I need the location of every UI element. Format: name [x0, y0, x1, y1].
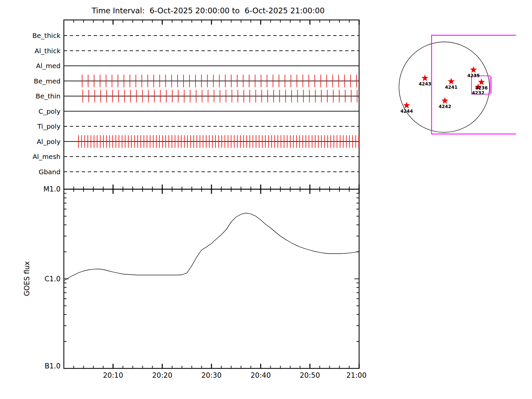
- active-region-label-4232: 4232: [472, 90, 484, 95]
- time-interval-title: Time Interval: 6-Oct-2025 20:00:00 to 6-…: [91, 6, 325, 15]
- y-tick-label-M1.0: M1.0: [43, 185, 61, 193]
- goes-flux-frame: [64, 189, 359, 368]
- active-region-star-4242: [442, 97, 449, 104]
- active-region-star-4241: [448, 78, 455, 84]
- active-region-star-4235: [470, 66, 477, 73]
- y-tick-label-B1.0: B1.0: [45, 362, 61, 370]
- xrt-observation-summary-page: Time Interval: 6-Oct-2025 20:00:00 to 6-…: [0, 0, 532, 399]
- channel-label-Al_thick: Al_thick: [35, 47, 61, 55]
- channel-label-C_poly: C_poly: [39, 107, 61, 115]
- active-region-label-4241: 4241: [445, 84, 458, 90]
- generated-plot-content: Be_thickAl_thickAl_medBe_medBe_thinC_pol…: [32, 20, 516, 379]
- active-region-star-4244: [403, 102, 410, 108]
- x-tick-label-21:00: 21:00: [346, 371, 367, 379]
- channel-label-Al_mesh: Al_mesh: [33, 153, 61, 161]
- channel-label-Al_poly: Al_poly: [37, 138, 61, 146]
- x-tick-label-20:40: 20:40: [251, 371, 271, 379]
- active-region-label-4235: 4235: [467, 73, 480, 78]
- channel-label-Gband: Gband: [39, 168, 61, 176]
- x-tick-label-20:10: 20:10: [103, 371, 123, 379]
- active-region-star-4243: [422, 74, 429, 81]
- x-tick-label-20:30: 20:30: [201, 371, 222, 379]
- channel-label-Al_med: Al_med: [36, 62, 61, 70]
- channel-label-Be_thick: Be_thick: [32, 32, 61, 40]
- y-tick-label-C1.0: C1.0: [45, 275, 61, 283]
- active-region-label-4242: 4242: [439, 104, 451, 109]
- filter-timeline-frame: [64, 20, 359, 189]
- channel-label-Be_med: Be_med: [34, 77, 61, 85]
- x-tick-label-20:50: 20:50: [300, 371, 320, 379]
- active-region-label-4236: 4236: [475, 85, 488, 90]
- channel-label-Ti_poly: Ti_poly: [37, 122, 61, 130]
- active-region-star-4236: [478, 78, 485, 85]
- goes-y-axis-title: GOES flux: [23, 261, 31, 296]
- goes-flux-curve: [64, 213, 359, 281]
- observation-plot-canvas: Time Interval: 6-Oct-2025 20:00:00 to 6-…: [0, 0, 532, 399]
- fov-box: [432, 35, 516, 134]
- channel-label-Be_thin: Be_thin: [36, 92, 61, 100]
- active-region-label-4244: 4244: [400, 108, 413, 114]
- active-region-label-4243: 4243: [419, 81, 431, 86]
- x-tick-label-20:20: 20:20: [152, 371, 173, 379]
